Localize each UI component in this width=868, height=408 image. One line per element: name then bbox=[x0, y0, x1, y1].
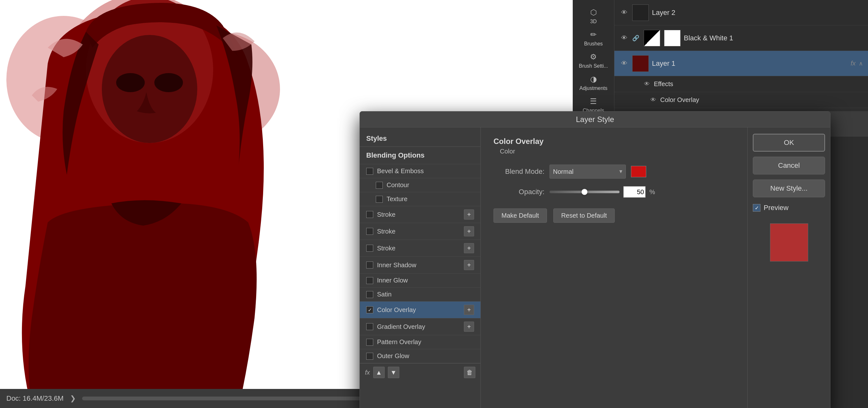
dialog-sidebar: Styles Blending Options Bevel & Emboss C… bbox=[360, 128, 481, 408]
sidebar-item-texture[interactable]: Texture bbox=[360, 192, 480, 206]
panel-icon-3d-label: 3D bbox=[590, 19, 597, 25]
stroke1-add-btn[interactable]: + bbox=[464, 209, 474, 219]
percent-label: % bbox=[649, 189, 655, 196]
bw-link-icon: 🔗 bbox=[632, 35, 639, 42]
sidebar-blending-options[interactable]: Blending Options bbox=[360, 147, 480, 164]
color-overlay-effects-row[interactable]: 👁 Color Overlay bbox=[614, 92, 868, 108]
svg-point-5 bbox=[102, 35, 197, 143]
move-up-btn[interactable]: ▲ bbox=[373, 367, 385, 378]
sidebar-item-pattern-overlay-label: Pattern Overlay bbox=[377, 338, 474, 346]
bw-layer-name: Black & White 1 bbox=[684, 34, 863, 42]
sidebar-item-stroke3[interactable]: Stroke + bbox=[360, 240, 480, 257]
color-overlay-checkbox[interactable] bbox=[366, 306, 373, 313]
opacity-slider[interactable] bbox=[550, 191, 620, 193]
color-overlay-visibility-icon[interactable]: 👁 bbox=[649, 96, 657, 104]
3d-icon: ⬡ bbox=[588, 7, 598, 18]
sidebar-item-contour[interactable]: Contour bbox=[360, 178, 480, 192]
inner-glow-checkbox[interactable] bbox=[366, 277, 373, 284]
sidebar-item-color-overlay-label: Color Overlay bbox=[377, 306, 460, 314]
opacity-thumb[interactable] bbox=[581, 189, 588, 195]
sidebar-bottom-controls: fx ▲ ▼ 🗑 bbox=[360, 363, 480, 381]
sidebar-item-stroke3-label: Stroke bbox=[377, 245, 460, 252]
blend-mode-row: Blend Mode: Normal Dissolve Multiply Scr… bbox=[494, 165, 735, 178]
delete-btn[interactable]: 🗑 bbox=[464, 367, 475, 378]
color-overlay-section-title: Color Overlay bbox=[494, 137, 735, 146]
effects-visibility-icon[interactable]: 👁 bbox=[643, 80, 651, 88]
gradient-overlay-checkbox[interactable] bbox=[366, 323, 373, 330]
sidebar-item-gradient-overlay-label: Gradient Overlay bbox=[377, 323, 460, 331]
color-overlay-add-btn[interactable]: + bbox=[464, 305, 474, 315]
blend-mode-select[interactable]: Normal Dissolve Multiply Screen Overlay … bbox=[550, 165, 626, 178]
panel-icon-brush-settings[interactable]: ⚙ Brush Setti... bbox=[578, 51, 609, 70]
sidebar-item-inner-glow-label: Inner Glow bbox=[377, 277, 474, 284]
fx-icon-label: fx bbox=[365, 369, 370, 376]
effects-label: Effects bbox=[654, 80, 673, 88]
dialog-title-bar: Layer Style bbox=[360, 111, 830, 128]
color-swatch[interactable] bbox=[631, 166, 646, 177]
layer2-visibility-icon[interactable]: 👁 bbox=[620, 8, 629, 18]
bw-mask-thumbnail bbox=[664, 30, 681, 46]
sidebar-item-satin[interactable]: Satin bbox=[360, 287, 480, 302]
sidebar-item-pattern-overlay[interactable]: Pattern Overlay bbox=[360, 335, 480, 349]
stroke2-checkbox[interactable] bbox=[366, 228, 373, 235]
make-default-btn[interactable]: Make Default bbox=[494, 208, 547, 223]
layer1-fx-label: fx bbox=[850, 60, 856, 67]
sidebar-item-inner-shadow-label: Inner Shadow bbox=[377, 262, 460, 269]
sidebar-item-outer-glow[interactable]: Outer Glow bbox=[360, 349, 480, 363]
sidebar-item-stroke1-label: Stroke bbox=[377, 211, 460, 218]
pattern-overlay-checkbox[interactable] bbox=[366, 339, 373, 346]
panel-icon-3d[interactable]: ⬡ 3D bbox=[578, 6, 609, 26]
panel-icon-brushes[interactable]: ✏ Brushes bbox=[578, 29, 609, 48]
stroke3-add-btn[interactable]: + bbox=[464, 243, 474, 253]
bevel-emboss-checkbox[interactable] bbox=[366, 168, 373, 175]
preview-label: Preview bbox=[764, 204, 788, 212]
cancel-button[interactable]: Cancel bbox=[753, 157, 825, 174]
sidebar-item-inner-shadow[interactable]: Inner Shadow + bbox=[360, 257, 480, 274]
layer-item-black-white[interactable]: 👁 🔗 Black & White 1 bbox=[614, 26, 868, 51]
sidebar-item-outer-glow-label: Outer Glow bbox=[377, 352, 474, 360]
preview-checkbox[interactable]: ✓ bbox=[753, 204, 761, 212]
svg-point-7 bbox=[154, 73, 183, 92]
stroke2-add-btn[interactable]: + bbox=[464, 226, 474, 236]
doc-info: Doc: 16.4M/23.6M bbox=[6, 394, 64, 403]
panel-icon-brush-settings-label: Brush Setti... bbox=[579, 63, 608, 69]
inner-shadow-add-btn[interactable]: + bbox=[464, 260, 474, 270]
sidebar-item-stroke1[interactable]: Stroke + bbox=[360, 206, 480, 223]
opacity-row: Opacity: % bbox=[494, 186, 735, 198]
bw-visibility-icon[interactable]: 👁 bbox=[620, 33, 629, 43]
sidebar-item-gradient-overlay[interactable]: Gradient Overlay + bbox=[360, 318, 480, 335]
opacity-input[interactable] bbox=[623, 186, 646, 198]
layer1-expand-icon[interactable]: ∧ bbox=[859, 60, 863, 67]
ok-button[interactable]: OK bbox=[753, 134, 825, 151]
new-style-button[interactable]: New Style... bbox=[753, 179, 825, 197]
sidebar-item-bevel-emboss[interactable]: Bevel & Emboss bbox=[360, 164, 480, 178]
sidebar-item-stroke2-label: Stroke bbox=[377, 228, 460, 235]
right-arrow-icon[interactable]: ❯ bbox=[70, 394, 76, 403]
color-overlay-effects-label: Color Overlay bbox=[660, 96, 699, 104]
opacity-label: Opacity: bbox=[494, 188, 545, 196]
layer1-visibility-icon[interactable]: 👁 bbox=[620, 59, 629, 68]
texture-checkbox[interactable] bbox=[376, 196, 383, 203]
layer-item-layer2[interactable]: 👁 Layer 2 bbox=[614, 0, 868, 26]
dialog-main: Color Overlay Color Blend Mode: Normal D… bbox=[481, 128, 747, 408]
layer-effects-row[interactable]: 👁 Effects bbox=[614, 76, 868, 92]
layer1-thumbnail bbox=[632, 55, 649, 72]
contour-checkbox[interactable] bbox=[376, 182, 383, 189]
stroke1-checkbox[interactable] bbox=[366, 211, 373, 218]
inner-shadow-checkbox[interactable] bbox=[366, 262, 373, 269]
reset-to-default-btn[interactable]: Reset to Default bbox=[553, 208, 615, 223]
outer-glow-checkbox[interactable] bbox=[366, 353, 373, 360]
panel-icon-adjustments[interactable]: ◑ Adjustments bbox=[578, 73, 609, 92]
sidebar-styles-header[interactable]: Styles bbox=[360, 131, 480, 147]
satin-checkbox[interactable] bbox=[366, 291, 373, 298]
gradient-overlay-add-btn[interactable]: + bbox=[464, 321, 474, 332]
sidebar-item-stroke2[interactable]: Stroke + bbox=[360, 223, 480, 240]
sidebar-item-color-overlay[interactable]: Color Overlay + bbox=[360, 302, 480, 318]
adjustments-icon: ◑ bbox=[588, 74, 598, 84]
stroke3-checkbox[interactable] bbox=[366, 245, 373, 252]
move-down-btn[interactable]: ▼ bbox=[388, 367, 399, 378]
sidebar-item-contour-label: Contour bbox=[386, 181, 474, 189]
layer-item-layer1[interactable]: 👁 Layer 1 fx ∧ bbox=[614, 51, 868, 76]
preview-row: ✓ Preview bbox=[753, 204, 825, 212]
sidebar-item-inner-glow[interactable]: Inner Glow bbox=[360, 274, 480, 287]
